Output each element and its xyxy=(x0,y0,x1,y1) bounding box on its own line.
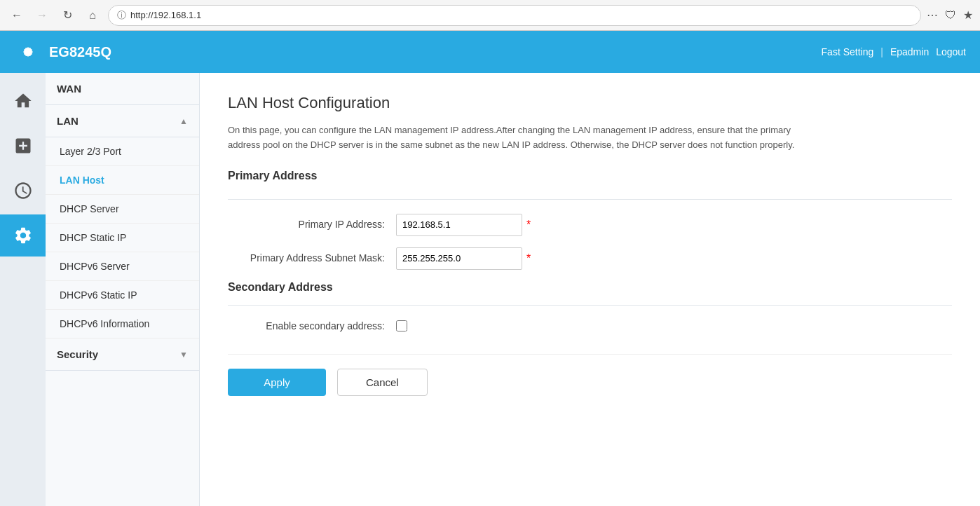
fast-setting-link[interactable]: Fast Setting xyxy=(822,46,874,57)
nav-wan-header[interactable]: WAN xyxy=(46,73,199,105)
sidebar-icon-settings[interactable] xyxy=(0,214,46,257)
primary-ip-row: Primary IP Address: * xyxy=(228,214,952,236)
subnet-mask-row: Primary Address Subnet Mask: * xyxy=(228,247,952,270)
enable-secondary-label: Enable secondary address: xyxy=(228,320,396,334)
icon-sidebar xyxy=(0,73,46,506)
nav-item-lan-host[interactable]: LAN Host xyxy=(46,166,199,195)
shield-icon: 🛡 xyxy=(945,9,956,22)
secondary-divider xyxy=(228,305,952,306)
address-bar[interactable]: ⓘ http://192.168.1.1 xyxy=(108,5,921,26)
sidebar-icon-add[interactable] xyxy=(0,125,46,167)
content-area: LAN Host Configuration On this page, you… xyxy=(200,73,980,506)
refresh-button[interactable]: ↻ xyxy=(57,6,77,25)
url-text: http://192.168.1.1 xyxy=(130,10,201,20)
apply-button[interactable]: Apply xyxy=(228,369,326,396)
cancel-button[interactable]: Cancel xyxy=(337,369,428,396)
nav-item-dhcp-static-ip[interactable]: DHCP Static IP xyxy=(46,224,199,252)
nav-divider: | xyxy=(880,46,883,57)
home-button[interactable]: ⌂ xyxy=(83,6,102,25)
user-link[interactable]: Epadmin xyxy=(890,46,929,57)
top-nav: EG8245Q Fast Setting | Epadmin Logout xyxy=(0,31,980,73)
info-icon: ⓘ xyxy=(117,9,126,22)
page-title: LAN Host Configuration xyxy=(228,94,952,112)
nav-item-dhcpv6-server[interactable]: DHCPv6 Server xyxy=(46,252,199,281)
subnet-mask-input[interactable] xyxy=(396,247,522,270)
nav-wan-label: WAN xyxy=(57,83,81,95)
nav-security-header[interactable]: Security ▼ xyxy=(46,339,199,371)
huawei-logo xyxy=(14,41,42,62)
enable-secondary-row: Enable secondary address: xyxy=(228,320,952,334)
primary-address-heading: Primary Address xyxy=(228,170,952,188)
nav-lan-label: LAN xyxy=(57,115,79,127)
primary-ip-required: * xyxy=(526,219,531,231)
primary-ip-input[interactable] xyxy=(396,214,522,236)
browser-right-icons: ⋯ 🛡 ★ xyxy=(927,8,973,22)
primary-divider xyxy=(228,199,952,200)
lan-chevron-icon: ▲ xyxy=(179,116,188,126)
nav-item-layer-port[interactable]: Layer 2/3 Port xyxy=(46,137,199,166)
nav-sidebar: WAN LAN ▲ Layer 2/3 Port LAN Host DHCP S… xyxy=(46,73,200,506)
brand: EG8245Q xyxy=(14,41,111,62)
forward-button[interactable]: → xyxy=(32,6,52,25)
nav-lan-header[interactable]: LAN ▲ xyxy=(46,105,199,137)
primary-ip-label: Primary IP Address: xyxy=(228,218,396,232)
back-button[interactable]: ← xyxy=(7,6,27,25)
page-description: On this page, you can configure the LAN … xyxy=(228,123,803,153)
home-icon xyxy=(13,91,33,111)
add-box-icon xyxy=(13,136,33,156)
subnet-mask-required: * xyxy=(526,252,531,265)
brand-name: EG8245Q xyxy=(49,44,111,60)
nav-item-dhcpv6-static-ip[interactable]: DHCPv6 Static IP xyxy=(46,281,199,310)
top-nav-right: Fast Setting | Epadmin Logout xyxy=(822,46,966,57)
sidebar-icon-status[interactable] xyxy=(0,170,46,212)
nav-security-label: Security xyxy=(57,348,98,360)
security-chevron-icon: ▼ xyxy=(179,350,188,360)
nav-item-dhcpv6-information[interactable]: DHCPv6 Information xyxy=(46,310,199,339)
button-row: Apply Cancel xyxy=(228,354,952,396)
secondary-address-heading: Secondary Address xyxy=(228,281,952,294)
subnet-mask-label: Primary Address Subnet Mask: xyxy=(228,252,396,266)
logout-link[interactable]: Logout xyxy=(936,46,966,57)
nav-lan-items: Layer 2/3 Port LAN Host DHCP Server DHCP… xyxy=(46,137,199,339)
enable-secondary-checkbox[interactable] xyxy=(396,320,407,331)
star-icon[interactable]: ★ xyxy=(963,8,973,22)
more-icon[interactable]: ⋯ xyxy=(927,8,938,22)
browser-chrome: ← → ↻ ⌂ ⓘ http://192.168.1.1 ⋯ 🛡 ★ xyxy=(0,0,980,31)
sidebar-icon-home[interactable] xyxy=(0,80,46,122)
clock-icon xyxy=(13,181,33,200)
settings-icon xyxy=(13,226,33,245)
nav-item-dhcp-server[interactable]: DHCP Server xyxy=(46,195,199,224)
